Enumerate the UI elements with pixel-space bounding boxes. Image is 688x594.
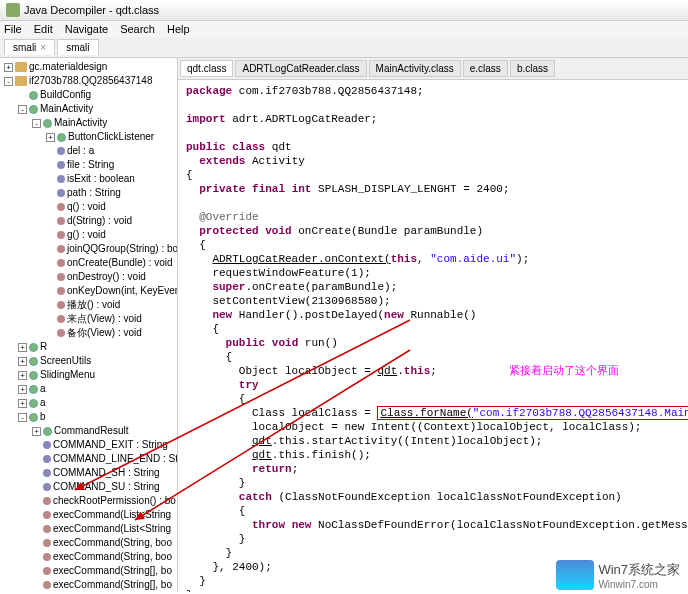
menu-search[interactable]: Search xyxy=(120,23,155,35)
tree-node[interactable]: -if2703b788.QQ2856437148 xyxy=(4,74,175,88)
tree-node[interactable]: -MainActivity xyxy=(18,102,175,116)
main-area: +gc.materialdesign-if2703b788.QQ28564371… xyxy=(0,58,688,592)
tree-node[interactable]: checkRootPermission() : bo xyxy=(32,494,175,508)
tree-label: d(String) : void xyxy=(67,215,132,226)
cls-icon xyxy=(57,133,66,142)
tree-node[interactable]: COMMAND_LINE_END : St xyxy=(32,452,175,466)
mth-icon xyxy=(43,567,51,575)
package-tree[interactable]: +gc.materialdesign-if2703b788.QQ28564371… xyxy=(0,58,178,592)
tree-node[interactable]: onKeyDown(int, KeyEvent) : xyxy=(46,284,175,298)
tree-label: SlidingMenu xyxy=(40,369,95,380)
expand-toggle[interactable]: - xyxy=(32,119,41,128)
tree-node[interactable]: 播放() : void xyxy=(46,298,175,312)
menu-help[interactable]: Help xyxy=(167,23,190,35)
expand-toggle[interactable]: + xyxy=(18,385,27,394)
tab-label: smali xyxy=(66,42,89,53)
tree-node[interactable]: COMMAND_SU : String xyxy=(32,480,175,494)
tree-node[interactable]: 备你(View) : void xyxy=(46,326,175,340)
expand-toggle[interactable]: + xyxy=(18,371,27,380)
cls-icon xyxy=(43,427,52,436)
mth-icon xyxy=(57,245,65,253)
mth-icon xyxy=(57,329,65,337)
tree-node[interactable]: execCommand(List<String xyxy=(32,508,175,522)
tree-node[interactable]: execCommand(String[], bo xyxy=(32,564,175,578)
mth-icon xyxy=(43,553,51,561)
tree-node[interactable]: execCommand(String, boo xyxy=(32,536,175,550)
cls-icon xyxy=(29,343,38,352)
tree-node[interactable]: execCommand(String, boo xyxy=(32,550,175,564)
tree-label: BuildConfig xyxy=(40,89,91,100)
pkg-icon xyxy=(15,76,27,86)
tree-label: execCommand(List<String xyxy=(53,523,171,534)
menu-file[interactable]: File xyxy=(4,23,22,35)
mth-icon xyxy=(57,315,65,323)
expand-toggle[interactable]: + xyxy=(18,343,27,352)
editor-pane: qdt.classADRTLogCatReader.classMainActiv… xyxy=(178,58,688,592)
tree-label: joinQQGroup(String) : bool xyxy=(67,243,178,254)
expand-toggle[interactable]: + xyxy=(46,133,55,142)
tree-node[interactable]: -b xyxy=(18,410,175,424)
cls-icon xyxy=(29,399,38,408)
tree-node[interactable]: +a xyxy=(18,382,175,396)
expand-toggle[interactable]: - xyxy=(4,77,13,86)
tree-label: path : String xyxy=(67,187,121,198)
tree-node[interactable]: onDestroy() : void xyxy=(46,270,175,284)
mth-icon xyxy=(57,273,65,281)
tree-node[interactable]: +SlidingMenu xyxy=(18,368,175,382)
tree-node[interactable]: -MainActivity xyxy=(32,116,175,130)
expand-toggle[interactable]: - xyxy=(18,413,27,422)
tree-label: 备你(View) : void xyxy=(67,327,142,338)
tree-node[interactable]: +a xyxy=(18,396,175,410)
tree-node[interactable]: file : String xyxy=(46,158,175,172)
menu-edit[interactable]: Edit xyxy=(34,23,53,35)
expand-toggle[interactable]: - xyxy=(18,105,27,114)
tree-node[interactable]: COMMAND_SH : String xyxy=(32,466,175,480)
tree-node[interactable]: BuildConfig xyxy=(18,88,175,102)
tree-node[interactable]: execCommand(String[], bo xyxy=(32,578,175,592)
app-icon xyxy=(6,3,20,17)
menu-navigate[interactable]: Navigate xyxy=(65,23,108,35)
pkg-icon xyxy=(15,62,27,72)
source-code[interactable]: package com.if2703b788.QQ2856437148; imp… xyxy=(178,80,688,592)
project-tab[interactable]: smali xyxy=(57,39,98,55)
tree-label: MainActivity xyxy=(40,103,93,114)
tree-node[interactable]: q() : void xyxy=(46,200,175,214)
tree-label: b xyxy=(40,411,46,422)
tree-node[interactable]: d(String) : void xyxy=(46,214,175,228)
tree-node[interactable]: +gc.materialdesign xyxy=(4,60,175,74)
tree-label: isExit : boolean xyxy=(67,173,135,184)
tree-node[interactable]: onCreate(Bundle) : void xyxy=(46,256,175,270)
editor-tab[interactable]: b.class xyxy=(510,60,555,77)
fld-icon xyxy=(57,189,65,197)
tree-node[interactable]: g() : void xyxy=(46,228,175,242)
tree-node[interactable]: COMMAND_EXIT : String xyxy=(32,438,175,452)
tree-node[interactable]: del : a xyxy=(46,144,175,158)
tree-node[interactable]: +ButtonClickListener xyxy=(46,130,175,144)
tree-node[interactable]: isExit : boolean xyxy=(46,172,175,186)
tree-label: if2703b788.QQ2856437148 xyxy=(29,75,152,86)
cls-icon xyxy=(29,357,38,366)
fld-icon xyxy=(43,441,51,449)
editor-tab[interactable]: MainActivity.class xyxy=(369,60,461,77)
editor-tab[interactable]: ADRTLogCatReader.class xyxy=(235,60,366,77)
tree-node[interactable]: +CommandResult xyxy=(32,424,175,438)
tree-node[interactable]: +R xyxy=(18,340,175,354)
editor-tab[interactable]: qdt.class xyxy=(180,60,233,77)
tree-node[interactable]: 来点(View) : void xyxy=(46,312,175,326)
expand-toggle[interactable]: + xyxy=(18,399,27,408)
expand-toggle[interactable]: + xyxy=(32,427,41,436)
tree-node[interactable]: joinQQGroup(String) : bool xyxy=(46,242,175,256)
expand-toggle[interactable]: + xyxy=(4,63,13,72)
project-tab[interactable]: smali× xyxy=(4,39,55,55)
close-icon[interactable]: × xyxy=(40,42,46,53)
expand-toggle[interactable]: + xyxy=(18,357,27,366)
tree-node[interactable]: execCommand(List<String xyxy=(32,522,175,536)
editor-tab[interactable]: e.class xyxy=(463,60,508,77)
tree-label: MainActivity xyxy=(54,117,107,128)
tree-label: execCommand(String[], bo xyxy=(53,565,172,576)
mth-icon xyxy=(57,287,65,295)
tree-node[interactable]: +ScreenUtils xyxy=(18,354,175,368)
mth-icon xyxy=(57,217,65,225)
tree-node[interactable]: path : String xyxy=(46,186,175,200)
cls-icon xyxy=(29,413,38,422)
